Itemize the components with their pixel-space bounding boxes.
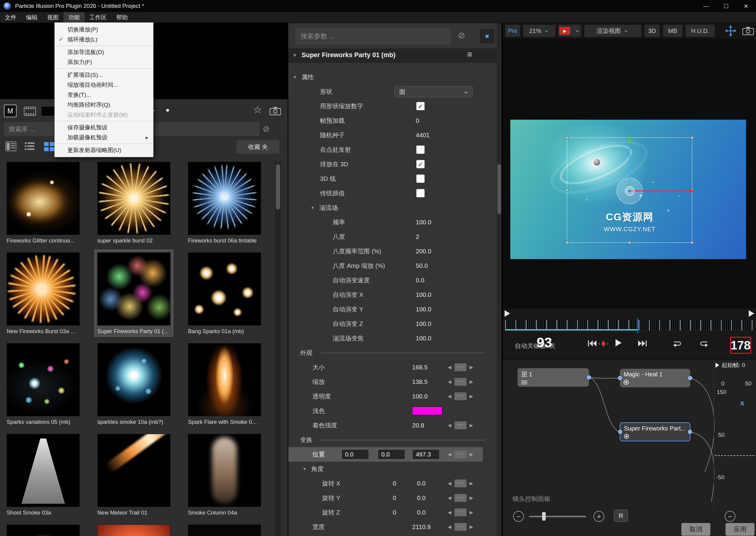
context-menu-item[interactable]: 均衡路径时序(Q) <box>55 100 153 110</box>
maximize-button[interactable]: ☐ <box>716 0 736 12</box>
graph-x-parameter[interactable]: X <box>740 400 744 407</box>
thumbnail-smoke-column[interactable] <box>188 434 261 507</box>
stepper-drag-handle[interactable]: ··· <box>455 494 466 502</box>
pre-button[interactable]: Pre <box>505 25 520 37</box>
thumbnail-cyan-sparkles[interactable] <box>97 343 171 416</box>
library-item[interactable]: sparkles smoke 10a (mb?) <box>97 343 171 425</box>
color-swatch[interactable] <box>412 407 442 415</box>
graph-node-Super Fireworks Part...[interactable]: Super Fireworks Part... <box>620 422 690 441</box>
thumbnail-spark-scatter[interactable] <box>188 252 261 325</box>
toggle-3d-button[interactable]: 3D <box>645 25 660 37</box>
menu-视图[interactable]: 视图 <box>42 12 63 23</box>
gizmo-y-axis-arrowhead[interactable] <box>627 136 632 141</box>
context-menu-item[interactable]: 添加力(F) <box>55 57 153 67</box>
param-value[interactable]: 20.8 <box>412 422 424 429</box>
stepper-drag-handle[interactable]: ··· <box>455 421 466 429</box>
context-menu-item[interactable]: ✓循环播放(L) <box>55 34 153 45</box>
library-scrollbar[interactable] <box>275 162 281 536</box>
reset-button[interactable]: R <box>614 510 628 522</box>
param-value[interactable]: 100.0 <box>412 393 427 400</box>
library-item[interactable] <box>7 524 80 536</box>
selection-handle[interactable] <box>566 241 568 244</box>
param-checkbox[interactable] <box>416 175 425 183</box>
thumbnail-red-burst[interactable] <box>97 524 171 536</box>
context-menu-item[interactable]: 添加导流板(D) <box>55 47 153 57</box>
param-value[interactable]: 0 <box>416 117 419 124</box>
node-port-in[interactable] <box>618 376 622 380</box>
stepper-right-arrow-icon[interactable]: ▶ <box>470 495 473 501</box>
skip-to-start-icon[interactable] <box>587 340 597 347</box>
menu-帮助[interactable]: 帮助 <box>111 12 133 23</box>
move-tool-icon[interactable] <box>723 25 738 37</box>
param-checkbox[interactable] <box>416 189 425 197</box>
keyframe-nav-icon[interactable] <box>598 340 609 347</box>
cancel-button[interactable]: 取消 <box>681 523 710 536</box>
stepper-drag-handle[interactable]: ··· <box>455 392 466 400</box>
node-port-out[interactable] <box>688 376 692 380</box>
stepper-drag-handle[interactable]: ··· <box>455 378 466 386</box>
render-frame[interactable]: CG资源网 WWW.CGZY.NET <box>510 119 746 259</box>
stepper-drag-handle[interactable]: ··· <box>455 363 466 371</box>
gizmo-x-axis-arrowhead[interactable] <box>689 189 694 193</box>
menu-编辑[interactable]: 编辑 <box>21 12 42 23</box>
stepper-right-arrow-icon[interactable]: ▶ <box>470 452 473 457</box>
context-menu-item[interactable]: 更新发射器缩略图(U) <box>55 145 153 155</box>
stepper-right-arrow-icon[interactable]: ▶ <box>470 394 473 399</box>
stepper-left-arrow-icon[interactable]: ◀ <box>448 510 452 515</box>
context-menu-item[interactable]: 保存摄像机预设 <box>55 122 153 132</box>
library-item[interactable]: Super Fireworks Party 01 (... <box>97 252 171 335</box>
motion-blur-button[interactable]: MB <box>663 25 682 37</box>
collapse-triangle-icon[interactable]: ▼ <box>293 75 297 80</box>
param-value[interactable]: 0.0 <box>417 480 426 487</box>
param-value[interactable]: 2110.9 <box>412 523 430 531</box>
end-frame-field[interactable]: 178 <box>730 337 751 354</box>
library-item[interactable]: Sparks variations 05 (mb) <box>7 343 80 425</box>
context-menu-item[interactable]: 切换播放(P) <box>55 24 153 34</box>
node-port-in[interactable] <box>618 430 622 434</box>
thumbnail-gray-smoke2[interactable] <box>7 524 80 536</box>
param-value[interactable]: 168.5 <box>412 364 427 371</box>
stepper-drag-handle[interactable]: ··· <box>455 480 466 487</box>
library-item[interactable]: Shoot Smoke 03a <box>7 434 80 516</box>
stepper-right-arrow-icon[interactable]: ▶ <box>470 423 473 428</box>
selection-handle[interactable] <box>691 241 693 244</box>
collapse-triangle-icon[interactable]: ▼ <box>311 205 315 210</box>
skip-to-end-icon[interactable] <box>638 340 647 347</box>
context-menu-item[interactable]: 缩放项目动画时间... <box>55 80 153 90</box>
library-item[interactable]: Smoke Column 04a <box>188 434 261 516</box>
thumbnail-dark-sparks[interactable] <box>188 524 261 536</box>
pingpong-playback-icon[interactable] <box>699 340 709 348</box>
shape-dropdown[interactable]: 面⌄ <box>394 86 473 97</box>
gizmo-x-axis[interactable] <box>630 190 689 191</box>
thumbnail-blue-burst[interactable] <box>188 162 261 235</box>
graph-zoom-in-button[interactable]: + <box>593 511 604 522</box>
library-scrollbar-thumb[interactable] <box>276 164 280 210</box>
timeline-playhead[interactable] <box>637 318 638 333</box>
parameters-scrollbar[interactable] <box>497 23 502 536</box>
selection-handle[interactable] <box>691 136 693 139</box>
selection-handle[interactable] <box>566 136 568 139</box>
selection-handle[interactable] <box>628 241 631 244</box>
stepper-right-arrow-icon[interactable]: ▶ <box>470 510 473 515</box>
library-item[interactable]: New Meteor Trail 01 <box>97 434 171 516</box>
param-value[interactable]: 2 <box>416 233 419 240</box>
thumbnail-orange-burst[interactable] <box>7 252 80 325</box>
thumbnail-gold-glitter[interactable] <box>7 162 80 235</box>
library-item[interactable]: Spark Flare with Smoke 0... <box>188 343 261 425</box>
library-item[interactable]: Fireworks burst 06a tintable <box>188 162 261 244</box>
stepper-left-arrow-icon[interactable]: ◀ <box>448 452 452 457</box>
param-value[interactable]: 0.0 <box>416 277 425 284</box>
stepper-left-arrow-icon[interactable]: ◀ <box>448 524 452 530</box>
param-value[interactable]: 138.5 <box>412 378 427 385</box>
render-quality-button[interactable]: ▶⌄ <box>558 25 581 37</box>
node-port-out[interactable] <box>688 430 692 434</box>
stepper-drag-handle[interactable]: ··· <box>455 451 466 458</box>
stepper-left-arrow-icon[interactable]: ◀ <box>448 379 452 385</box>
param-value[interactable]: 4401 <box>416 131 430 139</box>
context-menu-item[interactable]: 加载摄像机预设▸ <box>55 132 153 142</box>
emitter-origin-sphere[interactable] <box>593 159 600 166</box>
viewport-camera-icon[interactable] <box>741 25 755 37</box>
library-item[interactable]: New Fireworks Burst 03a ... <box>7 252 80 335</box>
stepper-left-arrow-icon[interactable]: ◀ <box>448 481 452 486</box>
hud-button[interactable]: H.U.D. <box>686 25 714 37</box>
